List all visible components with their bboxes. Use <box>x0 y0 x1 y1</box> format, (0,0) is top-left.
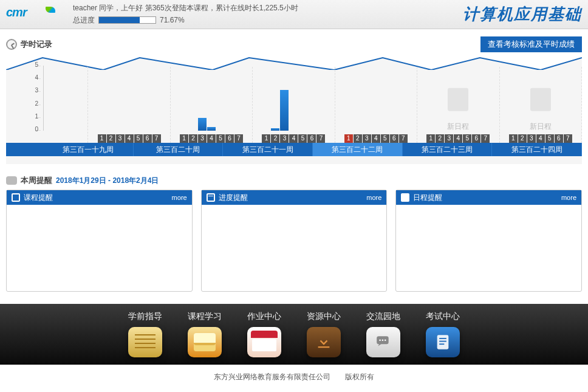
day-cell[interactable]: 6 <box>472 134 480 143</box>
day-cell[interactable]: 7 <box>564 134 572 143</box>
day-cell[interactable]: 4 <box>125 134 134 143</box>
day-cell[interactable]: 4 <box>207 134 216 143</box>
day-cell[interactable]: 2 <box>436 134 444 143</box>
y-axis: 543210 <box>35 66 44 131</box>
week-label[interactable]: 第三百二十二周 <box>313 143 403 156</box>
svg-point-1 <box>379 339 381 341</box>
day-cell[interactable]: 7 <box>234 134 243 143</box>
day-cell[interactable]: 4 <box>454 134 462 143</box>
day-cell[interactable]: 5 <box>545 134 554 143</box>
reminder-panel: 课程提醒more <box>6 190 193 292</box>
day-cell[interactable]: 2 <box>518 134 527 143</box>
new-schedule-placeholder[interactable] <box>448 88 468 111</box>
nav-item-exam[interactable]: 考试中心 <box>426 311 460 357</box>
hour-bar <box>280 90 289 131</box>
day-cell[interactable]: 1 <box>344 134 353 143</box>
nav-item-calendar[interactable]: 作业中心 <box>247 311 281 357</box>
day-cell[interactable]: 4 <box>372 134 380 143</box>
nav-item-notes[interactable]: 学前指导 <box>128 311 162 357</box>
week-column: 新日程1234567 <box>417 67 499 143</box>
view-standards-button[interactable]: 查看考核标准及平时成绩 <box>480 36 582 52</box>
day-cell[interactable]: 2 <box>189 134 197 143</box>
panel-title: 日程提醒 <box>413 193 442 203</box>
day-cell[interactable]: 1 <box>98 134 106 143</box>
progress-percent: 71.67% <box>160 15 185 26</box>
greeting-text: teacher 同学，上午好 第365次登陆本课程，累计在线时长1,225.5小… <box>73 2 298 14</box>
day-cell[interactable]: 5 <box>134 134 143 143</box>
bubble-icon <box>6 176 17 185</box>
day-cell[interactable]: 1 <box>180 134 188 143</box>
day-cell[interactable]: 2 <box>107 134 115 143</box>
week-label[interactable]: 第三百二十一周 <box>223 143 313 156</box>
day-cell[interactable]: 1 <box>509 134 518 143</box>
week-label[interactable]: 第三百二十三周 <box>403 143 493 156</box>
day-cell[interactable]: 5 <box>463 134 471 143</box>
nav-item-chat[interactable]: 交流园地 <box>366 311 400 357</box>
day-cell[interactable]: 5 <box>381 134 389 143</box>
notes-icon <box>128 327 162 357</box>
new-schedule-placeholder[interactable] <box>530 88 551 111</box>
study-record-title: 学时记录 <box>21 39 52 50</box>
study-hours-chart: 543210 1234567123456712345671234567新日程12… <box>6 55 582 164</box>
reminder-date-range: 2018年1月29日 - 2018年2月4日 <box>56 176 159 186</box>
reminder-title: 本周提醒 <box>21 175 52 186</box>
day-cell[interactable]: 5 <box>298 134 307 143</box>
nav-item-book[interactable]: 课程学习 <box>188 311 222 357</box>
panel-more-link[interactable]: more <box>366 194 381 201</box>
logo-swoosh-icon <box>44 7 57 13</box>
exam-icon <box>426 327 460 357</box>
hour-bar <box>198 118 207 131</box>
day-cell[interactable]: 3 <box>527 134 536 143</box>
svg-point-2 <box>382 339 384 341</box>
nav-bar: 学前指导课程学习作业中心资源中心交流园地考试中心 <box>0 304 588 365</box>
day-cell[interactable]: 3 <box>198 134 207 143</box>
hour-bar <box>207 127 216 131</box>
progress-bar <box>98 16 156 24</box>
day-cell[interactable]: 7 <box>152 134 161 143</box>
download-icon <box>307 327 341 357</box>
chat-icon <box>366 327 400 357</box>
footer: 东方兴业网络教育服务有限责任公司 版权所有 <box>0 365 588 390</box>
day-cell[interactable]: 1 <box>262 134 270 143</box>
svg-rect-7 <box>439 343 444 345</box>
day-cell[interactable]: 6 <box>390 134 398 143</box>
week-label[interactable]: 第三百二十周 <box>134 143 224 156</box>
week-column: 1234567 <box>88 67 170 143</box>
day-cell[interactable]: 3 <box>363 134 371 143</box>
panel-more-link[interactable]: more <box>561 194 576 201</box>
panel-more-link[interactable]: more <box>172 194 187 201</box>
day-cell[interactable]: 5 <box>216 134 225 143</box>
day-cell[interactable]: 6 <box>555 134 563 143</box>
day-cell[interactable]: 7 <box>481 134 490 143</box>
svg-rect-5 <box>439 338 446 339</box>
panel-icon <box>12 193 20 202</box>
day-cell[interactable]: 2 <box>271 134 279 143</box>
course-title: 计算机应用基础 <box>463 4 582 25</box>
nav-label: 资源中心 <box>307 311 341 322</box>
day-cell[interactable]: 4 <box>536 134 545 143</box>
panel-title: 课程提醒 <box>24 193 53 203</box>
footer-company: 东方兴业网络教育服务有限责任公司 <box>214 373 330 381</box>
nav-label: 课程学习 <box>188 311 222 322</box>
nav-label: 考试中心 <box>426 311 460 322</box>
week-label[interactable]: 第三百二十四周 <box>492 143 582 156</box>
nav-label: 交流园地 <box>366 311 400 322</box>
panel-icon <box>401 193 409 202</box>
day-cell[interactable]: 3 <box>445 134 453 143</box>
day-cell[interactable]: 6 <box>143 134 152 143</box>
day-cell[interactable]: 7 <box>316 134 325 143</box>
svg-point-3 <box>385 339 386 341</box>
day-cell[interactable]: 6 <box>225 134 234 143</box>
day-cell[interactable]: 2 <box>354 134 362 143</box>
day-cell[interactable]: 1 <box>426 134 435 143</box>
day-cell[interactable]: 7 <box>399 134 408 143</box>
day-cell[interactable]: 3 <box>280 134 289 143</box>
nav-label: 作业中心 <box>247 311 281 322</box>
footer-copyright: 版权所有 <box>345 373 374 381</box>
week-label[interactable]: 第三百一十九周 <box>44 143 134 156</box>
nav-item-download[interactable]: 资源中心 <box>307 311 341 357</box>
header-bar: cmr teacher 同学，上午好 第365次登陆本课程，累计在线时长1,22… <box>0 0 588 29</box>
day-cell[interactable]: 4 <box>289 134 298 143</box>
day-cell[interactable]: 6 <box>307 134 316 143</box>
day-cell[interactable]: 3 <box>116 134 125 143</box>
